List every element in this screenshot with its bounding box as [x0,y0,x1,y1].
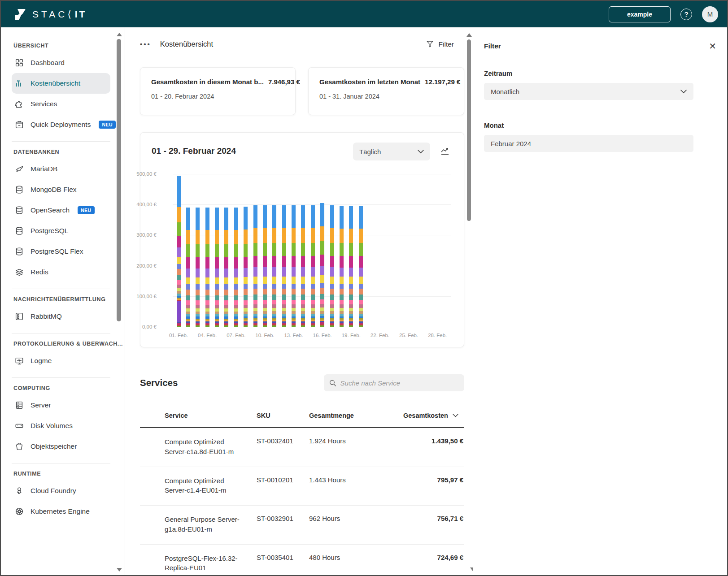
service-name: Compute Optimized Server-c1.4-EU01-m [165,476,257,496]
stacked-bar-day-17 [330,205,334,327]
bar-segment-lightgreen [292,308,296,311]
bar-segment-yellow [282,277,286,284]
table-row[interactable]: Compute Optimized Server-c1.4-EU01-mST-0… [140,467,464,506]
bar-segment-salmon [340,289,344,294]
sidebar-item-quick-deployments[interactable]: Quick DeploymentsNEU [12,114,110,135]
bar-segment-green [359,243,363,256]
bar-segment-purple [196,269,200,277]
stacked-bar-day-4 [205,208,209,327]
bar-segment-teal [292,294,296,300]
bar-segment-orange [282,228,286,243]
bar-segment-yellow [359,277,363,284]
bar-segment-yellow [234,277,238,285]
chart-type-toggle-icon[interactable] [440,147,449,156]
bar-segment-blue [253,205,257,228]
card-title: Gesamtkosten im letzten Monat [319,78,420,86]
bar-segment-yellow [263,277,267,284]
bar-segment-blue [234,208,238,230]
bar-segment-orange [311,228,315,243]
y-axis-tick-label: 400,00 € [128,202,157,207]
main-scroll-up-icon[interactable] [466,33,472,37]
rabbitmq-icon [14,312,24,321]
filter-button[interactable]: Filter [426,40,454,48]
bar-segment-lightgreen [359,308,363,311]
sidebar-item-dashboard[interactable]: Dashboard [12,52,110,73]
help-icon[interactable]: ? [680,9,692,20]
bar-segment-salmon [301,289,305,294]
bar-segment-purple [359,268,363,277]
bar-segment-lightgreen [330,308,334,311]
sidebar-item-redis[interactable]: Redis [12,262,110,282]
sidebar-item-mongodb-flex[interactable]: MongoDB Flex [12,179,110,200]
bar-segment-green [244,244,248,257]
bar-segment-lightgreen [320,307,324,311]
bar-segment-mauve [224,305,228,308]
sidebar-scroll-down-icon[interactable] [117,568,122,572]
breadcrumb-menu-icon[interactable]: ••• [140,40,151,48]
bar-segment-green [177,222,181,236]
main-scrollbar[interactable] [467,39,471,221]
avatar[interactable]: M [702,6,718,22]
sidebar-item-opensearch[interactable]: OpenSearchNEU [12,200,110,221]
bar-segment-magenta [177,236,181,247]
card-subtitle: 01 - 31. Januar 2024 [319,93,453,100]
disk-icon [14,421,24,431]
bar-segment-mauve [205,305,209,308]
sidebar-item-mariadb[interactable]: MariaDB [12,159,110,179]
monat-field[interactable]: Februar 2024 [484,135,693,152]
sidebar-item-services[interactable]: Services [12,94,110,114]
sidebar-item-server[interactable]: Server [12,395,110,416]
bar-segment-lightgreen [234,308,238,312]
sidebar-item-objektspeicher[interactable]: Objektspeicher [12,436,110,457]
stacked-bar-day-18 [340,206,344,327]
col-service: Service [165,412,257,419]
bar-segment-hotpink [215,300,219,305]
col-gesamtkosten-sort[interactable]: Gesamtkosten [403,412,466,419]
bar-segment-purple [340,268,344,277]
sidebar-item-postgresql[interactable]: PostgreSQL [12,221,110,241]
search-icon [329,379,336,387]
bar-segment-mauve [311,304,315,308]
sidebar-item-kubernetes-engine[interactable]: Kubernetes Engine [12,501,110,522]
interval-select[interactable]: Täglich [353,143,430,160]
bar-segment-green2 [311,325,315,327]
sidebar-scrollbar[interactable] [117,39,121,321]
bar-segment-salmon [177,269,181,275]
service-sku: ST-0032901 [257,515,309,534]
sidebar-item-postgresql-flex[interactable]: PostgreSQL Flex [12,241,110,262]
bar-segment-blue [359,206,363,229]
table-row[interactable]: PostgreSQL-Flex-16.32-Replica-EU01ST-003… [140,545,464,576]
bar-segment-green2 [301,325,305,327]
sidebar-item-kosten-bersicht[interactable]: Kostenübersicht [12,73,110,94]
table-row[interactable]: Compute Optimized Server-c1a.8d-EU01-mST… [140,428,464,467]
table-row[interactable]: General Purpose Server-g1a.8d-EU01-mST-0… [140,506,464,545]
bar-segment-purple [224,269,228,277]
service-search[interactable] [324,374,464,391]
bar-segment-green [234,244,238,257]
zeitraum-select[interactable]: Monatlich [484,83,693,100]
bar-segment-mauve [234,305,238,308]
bar-segment-lightgreen [177,288,181,291]
bar-segment-blue [320,203,324,226]
sidebar-scroll-up-icon[interactable] [117,33,122,36]
table-header-row: Service SKU Gesamtmenge Gesamtkosten [140,412,464,427]
services-icon [14,99,24,109]
sidebar-item-disk-volumes[interactable]: Disk Volumes [12,416,110,436]
bar-segment-purple [330,267,334,276]
bar-segment-green2 [177,326,181,327]
bar-segment-lightgreen [244,308,248,311]
zeitraum-label: Zeitraum [484,69,691,77]
sidebar-item-rabbitmq[interactable]: RabbitMQ [12,306,110,327]
sidebar-item-cloud-foundry[interactable]: Cloud Foundry [12,481,110,501]
service-menge: 480 Hours [309,554,403,573]
service-sku: ST-0010201 [257,476,309,496]
bar-segment-salmon [359,289,363,294]
search-input[interactable] [340,379,459,387]
service-menge: 1.924 Hours [309,437,403,457]
sidebar-item-logme[interactable]: Logme [12,351,110,371]
close-icon[interactable]: ✕ [709,41,716,52]
bar-segment-green2 [359,325,363,327]
stackit-logo[interactable]: STAC⟨IT [13,8,87,21]
main-content: ••• Kostenübersicht Filter Gesamtkosten … [126,27,473,575]
project-selector-button[interactable]: example [609,6,671,22]
